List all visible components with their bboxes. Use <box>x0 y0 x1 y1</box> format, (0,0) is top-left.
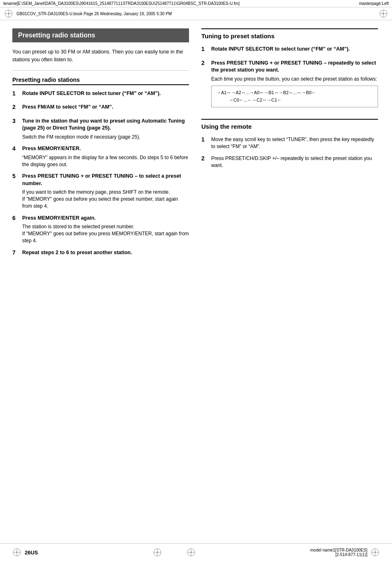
left-divider <box>12 70 189 71</box>
left-subsection-title: Presetting radio stations <box>12 76 189 85</box>
tuning-step-number-2: 2 <box>201 60 208 66</box>
step-number-2: 2 <box>12 104 19 110</box>
compass-icon-footer-center-left <box>153 548 162 557</box>
header-filename: lename[E:\SEM_Janet\DATA_DA3100ES\J90416… <box>3 1 240 6</box>
compass-icon-right <box>379 9 388 18</box>
left-step-3: 3 Tune in the station that you want to p… <box>12 118 189 141</box>
step-7-main: Repeat steps 2 to 6 to preset another st… <box>22 249 189 257</box>
remote-title: Using the remote <box>201 123 378 131</box>
sub-header-left: GB01COV_STR-DA3100ES-U.book Page 26 Wedn… <box>4 9 172 18</box>
tuning-step-2-content: Press PRESET TUNING + or PRESET TUNING –… <box>211 60 378 113</box>
step-3-sub: Switch the FM reception mode if necessar… <box>22 134 189 141</box>
tuning-step-2-sub: Each time you press the button, you can … <box>211 76 378 83</box>
step-number-3: 3 <box>12 118 19 124</box>
main-content: Presetting radio stations You can preset… <box>0 20 392 271</box>
tuning-steps-list: 1 Rotate INPUT SELECTOR to select tuner … <box>201 46 378 112</box>
step-number-7: 7 <box>12 249 19 256</box>
sub-header: GB01COV_STR-DA3100ES-U.book Page 26 Wedn… <box>0 7 392 20</box>
remote-step-2-content: Press PRESET/CH/D.SKIP +/– repeatedly to… <box>211 155 378 169</box>
remote-step-1-sub: Move the easy scroll key to select “TUNE… <box>211 136 378 150</box>
left-column: Presetting radio stations You can preset… <box>12 28 189 263</box>
right-top-divider <box>201 28 378 29</box>
footer-left: 26US <box>12 548 38 557</box>
step-number-6: 6 <box>12 215 19 221</box>
footer-model: model name1[STR-DA3100ES] <box>310 548 367 552</box>
remote-step-2: 2 Press PRESET/CH/D.SKIP +/– repeatedly … <box>201 155 378 169</box>
left-step-5: 5 Press PRESET TUNING + or PRESET TUNING… <box>12 173 189 209</box>
step-5-main: Press PRESET TUNING + or PRESET TUNING –… <box>22 173 189 187</box>
left-step-7: 7 Repeat steps 2 to 6 to preset another … <box>12 249 189 258</box>
step-4-sub: “MEMORY” appears in the display for a fe… <box>22 154 189 168</box>
step-2-main: Press FM/AM to select “FM” or “AM”. <box>22 104 189 111</box>
step-3-main: Tune in the station that you want to pre… <box>22 118 189 132</box>
tuning-step-1-content: Rotate INPUT SELECTOR to select tuner (“… <box>211 46 378 55</box>
footer-model-info: model name1[STR-DA3100ES] [2-514-877-11(… <box>310 548 367 557</box>
remote-step-2-sub: Press PRESET/CH/D.SKIP +/– repeatedly to… <box>211 155 378 169</box>
left-step-6: 6 Press MEMORY/ENTER again. The station … <box>12 215 189 244</box>
left-step-4: 4 Press MEMORY/ENTER. “MEMORY” appears i… <box>12 145 189 168</box>
diagram-row-1: →A1↔→A2↔...→A0↔→B1↔→B2↔...↔→B0← <box>217 89 373 97</box>
tuning-step-2: 2 Press PRESET TUNING + or PRESET TUNING… <box>201 60 378 113</box>
compass-icon-left <box>4 9 13 18</box>
step-number-4: 4 <box>12 145 19 152</box>
step-1-content: Rotate INPUT SELECTOR to select tuner (“… <box>22 90 189 99</box>
left-step-2: 2 Press FM/AM to select “FM” or “AM”. <box>12 104 189 113</box>
tuning-step-2-main: Press PRESET TUNING + or PRESET TUNING –… <box>211 60 378 74</box>
step-5-content: Press PRESET TUNING + or PRESET TUNING –… <box>22 173 189 209</box>
remote-step-1: 1 Move the easy scroll key to select “TU… <box>201 136 378 150</box>
intro-text: You can preset up to 30 FM or AM station… <box>12 48 189 64</box>
page-container: lename[E:\SEM_Janet\DATA_DA3100ES\J90416… <box>0 0 392 561</box>
tuning-step-1-main: Rotate INPUT SELECTOR to select tuner (“… <box>211 46 378 53</box>
compass-icon-footer-left <box>12 548 21 557</box>
footer: 26US model name1[STR-DA3100ES] [2-514-87… <box>0 543 392 561</box>
remote-step-number-2: 2 <box>201 155 208 162</box>
step-1-main: Rotate INPUT SELECTOR to select tuner (“… <box>22 90 189 97</box>
step-6-content: Press MEMORY/ENTER again. The station is… <box>22 215 189 244</box>
step-3-content: Tune in the station that you want to pre… <box>22 118 189 141</box>
section-title: Presetting radio stations <box>18 32 95 39</box>
remote-step-number-1: 1 <box>201 136 208 143</box>
left-step-1: 1 Rotate INPUT SELECTOR to select tuner … <box>12 90 189 99</box>
diagram-row-2: →C0←...←→C2↔→C1← <box>217 97 373 104</box>
step-7-content: Repeat steps 2 to 6 to preset another st… <box>22 249 189 258</box>
footer-right: model name1[STR-DA3100ES] [2-514-877-11(… <box>310 548 380 557</box>
footer-center <box>153 548 196 557</box>
tuning-step-1: 1 Rotate INPUT SELECTOR to select tuner … <box>201 46 378 55</box>
step-6-sub: The station is stored to the selected pr… <box>22 223 189 244</box>
step-number-1: 1 <box>12 90 19 97</box>
step-6-main: Press MEMORY/ENTER again. <box>22 215 189 222</box>
step-2-content: Press FM/AM to select “FM” or “AM”. <box>22 104 189 113</box>
page-number: 26US <box>25 549 38 556</box>
section-title-box: Presetting radio stations <box>12 28 189 42</box>
tuning-diagram: →A1↔→A2↔...→A0↔→B1↔→B2↔...↔→B0← →C0←...←… <box>211 86 378 107</box>
remote-steps-list: 1 Move the easy scroll key to select “TU… <box>201 136 378 169</box>
remote-step-1-content: Move the easy scroll key to select “TUNE… <box>211 136 378 150</box>
header-masterpage: masterpage:Left <box>359 1 389 6</box>
remote-divider <box>201 119 378 120</box>
tuning-title: Tuning to preset stations <box>201 32 378 41</box>
left-steps-list: 1 Rotate INPUT SELECTOR to select tuner … <box>12 90 189 258</box>
sub-header-bookfile: GB01COV_STR-DA3100ES-U.book Page 26 Wedn… <box>16 12 172 16</box>
compass-icon-footer-right <box>371 548 380 557</box>
right-column: Tuning to preset stations 1 Rotate INPUT… <box>201 28 378 263</box>
step-number-5: 5 <box>12 173 19 179</box>
step-4-main: Press MEMORY/ENTER. <box>22 145 189 153</box>
compass-icon-footer-center-right <box>187 548 196 557</box>
footer-part-number: [2-514-877-11(1)] <box>310 552 367 557</box>
header-row: lename[E:\SEM_Janet\DATA_DA3100ES\J90416… <box>0 0 392 7</box>
step-5-sub: If you want to switch the memory page, p… <box>22 189 189 209</box>
tuning-step-number-1: 1 <box>201 46 208 52</box>
step-4-content: Press MEMORY/ENTER. “MEMORY” appears in … <box>22 145 189 168</box>
